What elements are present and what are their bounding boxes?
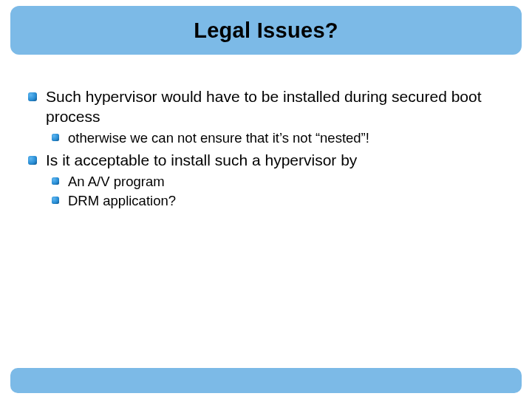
list-item: Is it acceptable to install such a hyper…	[25, 151, 507, 211]
bullet-icon	[28, 92, 37, 101]
slide-title-bar: Legal Issues?	[10, 6, 522, 55]
list-item-text: DRM application?	[68, 193, 176, 208]
list-item: An A/V program	[46, 172, 507, 191]
slide-body: Such hypervisor would have to be install…	[25, 87, 507, 214]
list-item: otherwise we can not ensure that it’s no…	[46, 129, 507, 148]
list-item-text: An A/V program	[68, 174, 165, 189]
list-item: Such hypervisor would have to be install…	[25, 87, 507, 148]
list-item-text: Is it acceptable to install such a hyper…	[46, 151, 357, 168]
bullet-icon	[52, 197, 59, 204]
bullet-icon	[52, 177, 59, 185]
list-item-text: otherwise we can not ensure that it’s no…	[68, 130, 369, 146]
list-item-text: Such hypervisor would have to be install…	[46, 88, 482, 125]
slide-title: Legal Issues?	[194, 18, 338, 43]
slide-footer-bar	[10, 368, 522, 393]
list-item: DRM application?	[46, 191, 507, 211]
bullet-sublist: otherwise we can not ensure that it’s no…	[46, 129, 507, 148]
bullet-icon	[52, 134, 59, 141]
bullet-list: Such hypervisor would have to be install…	[25, 87, 507, 211]
bullet-sublist: An A/V program DRM application?	[46, 172, 507, 211]
bullet-icon	[28, 156, 37, 165]
